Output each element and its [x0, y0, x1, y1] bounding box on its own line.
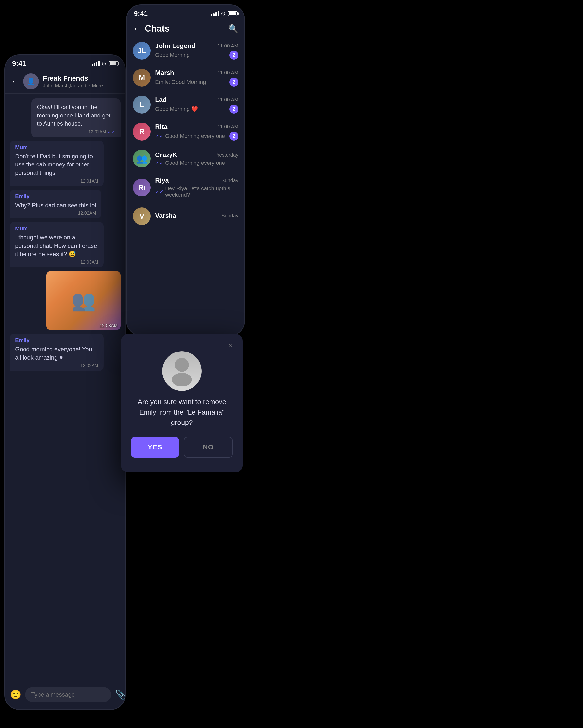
chats-header: ← Chats 🔍 — [127, 20, 244, 37]
message-sender: Mum — [15, 225, 98, 232]
message-image: 12.03AM — [46, 271, 121, 330]
message-input[interactable] — [25, 687, 111, 702]
message-time: 12.02AM — [15, 211, 96, 216]
chat-header: ← 👤 Freak Friends John,Marsh,lad and 7 M… — [5, 70, 125, 94]
chat-time: 11:00 AM — [217, 70, 238, 76]
unread-badge: 2 — [229, 51, 238, 60]
chat-preview-row: ✓✓ Hey Riya, let's catch upthis weekend? — [155, 185, 238, 198]
chat-time: 11:00 AM — [217, 124, 238, 130]
chat-preview: ✓✓ Hey Riya, let's catch upthis weekend? — [155, 185, 238, 198]
chat-preview: ✓✓ Good Morning every one — [155, 160, 238, 166]
status-bar: 9:41 ⊜ — [5, 55, 125, 70]
chat-name: Lad — [155, 96, 167, 104]
chat-content-lad: Lad 11:00 AM Good Morning ❤️ 2 — [155, 96, 238, 113]
chat-item-riya[interactable]: Ri Riya Sunday ✓✓ Hey Riya, let's catch … — [127, 172, 244, 203]
message-time: 12.03AM — [15, 260, 98, 265]
message-received-3: Mum I thought we were on a personal chat… — [10, 222, 104, 267]
unread-badge: 2 — [229, 105, 238, 113]
remove-user-modal: × Are you sure want to remove Emily from… — [121, 334, 243, 472]
chat-avatar-crazyk — [133, 150, 151, 167]
chats-back-button[interactable]: ← — [133, 25, 141, 33]
message-text: Why? Plus dad can see this lol — [15, 201, 96, 210]
chat-item-marsh[interactable]: M Marsh 11:00 AM Emily: Good Morning 2 — [127, 64, 244, 91]
message-text: Don't tell Dad but sm going to use the c… — [15, 152, 98, 177]
emoji-icon[interactable]: 🙂 — [10, 690, 21, 700]
message-time: 12.01AM — [15, 179, 98, 184]
chat-time: Sunday — [222, 213, 238, 219]
person-silhouette — [162, 351, 202, 391]
input-bar: 🙂 📎 📷 🎙 — [5, 679, 125, 709]
chat-item-john[interactable]: JL John Legend 11:00 AM Good Morning 2 — [127, 37, 244, 64]
double-check-icon: ✓✓ — [155, 160, 163, 166]
chats-wifi-icon: ⊜ — [221, 10, 225, 17]
modal-close-button[interactable]: × — [228, 341, 233, 349]
chat-phone: 9:41 ⊜ ← 👤 Freak Friends John,Marsh,lad … — [4, 54, 126, 710]
message-meta: 12.01AM ✓✓ — [37, 129, 115, 135]
chat-preview-row: ✓✓ Good Morning every one 2 — [155, 132, 238, 140]
message-text: Good morning everyone! You all look amaz… — [15, 345, 98, 362]
chat-name-row: CrazyK Yesterday — [155, 151, 238, 159]
chat-name: Marsh — [155, 69, 174, 77]
battery-icon — [109, 61, 118, 66]
chat-preview-row: ✓✓ Good Morning every one — [155, 160, 238, 166]
chats-signal-icon — [211, 11, 219, 16]
chat-preview-row: Good Morning ❤️ 2 — [155, 105, 238, 113]
image-placeholder — [46, 271, 121, 330]
chats-status-bar: 9:41 ⊜ — [127, 5, 244, 20]
chat-name: Rita — [155, 123, 167, 131]
double-check-icon: ✓✓ — [155, 133, 163, 139]
message-received-2: Emily Why? Plus dad can see this lol 12.… — [10, 190, 101, 219]
chat-avatar-varsha: V — [133, 207, 151, 225]
chat-item-rita[interactable]: R Rita 11:00 AM ✓✓ Good Morning every on… — [127, 118, 244, 145]
messages-area: Okay! I'll call you in the morning once … — [5, 94, 125, 661]
back-button[interactable]: ← — [11, 77, 19, 85]
group-avatar: 👤 — [23, 74, 39, 89]
header-info: Freak Friends John,Marsh,lad and 7 More — [43, 75, 119, 88]
message-sender: Emily — [15, 337, 98, 344]
search-icon[interactable]: 🔍 — [228, 24, 238, 33]
chat-avatar-lad: L — [133, 96, 151, 113]
message-received-1: Mum Don't tell Dad but sm going to use t… — [10, 141, 104, 186]
modal-message: Are you sure want to remove Emily from t… — [131, 397, 233, 428]
message-time: 12.01AM — [88, 129, 106, 135]
message-text: I thought we were on a personal chat. Ho… — [15, 233, 98, 258]
message-time: 12.02AM — [15, 363, 98, 368]
chats-header-left: ← Chats — [133, 24, 170, 34]
group-members: John,Marsh,lad and 7 More — [43, 83, 119, 88]
chat-content-riya: Riya Sunday ✓✓ Hey Riya, let's catch upt… — [155, 177, 238, 198]
message-check-icon: ✓✓ — [108, 129, 115, 135]
chat-time: Yesterday — [217, 152, 238, 158]
group-name: Freak Friends — [43, 75, 119, 82]
svg-point-0 — [175, 358, 189, 372]
cancel-remove-button[interactable]: NO — [184, 437, 233, 458]
chat-name-row: Varsha Sunday — [155, 212, 238, 220]
chat-content-marsh: Marsh 11:00 AM Emily: Good Morning 2 — [155, 69, 238, 86]
chat-time: 11:00 AM — [217, 43, 238, 49]
unread-badge: 2 — [229, 132, 238, 140]
wifi-icon: ⊜ — [102, 60, 106, 67]
chat-item-crazyk[interactable]: CrazyK Yesterday ✓✓ Good Morning every o… — [127, 145, 244, 172]
message-text: Okay! I'll call you in the morning once … — [37, 103, 115, 128]
chat-list: JL John Legend 11:00 AM Good Morning 2 M… — [127, 37, 244, 230]
chat-preview-row: Emily: Good Morning 2 — [155, 78, 238, 86]
chat-content-rita: Rita 11:00 AM ✓✓ Good Morning every one … — [155, 123, 238, 140]
chat-name: Varsha — [155, 212, 176, 220]
chat-preview: Emily: Good Morning — [155, 79, 229, 85]
chat-item-lad[interactable]: L Lad 11:00 AM Good Morning ❤️ 2 — [127, 91, 244, 118]
attachment-icon[interactable]: 📎 — [115, 690, 126, 700]
chat-content-crazyk: CrazyK Yesterday ✓✓ Good Morning every o… — [155, 151, 238, 166]
chat-name: John Legend — [155, 42, 195, 50]
confirm-remove-button[interactable]: YES — [131, 437, 179, 458]
chat-preview: ✓✓ Good Morning every one — [155, 133, 229, 139]
chats-title: Chats — [145, 24, 170, 34]
chat-name: CrazyK — [155, 151, 177, 159]
chat-time: Sunday — [222, 178, 238, 183]
modal-buttons: YES NO — [131, 437, 233, 458]
chat-preview: Good Morning ❤️ — [155, 106, 229, 112]
chat-name: Riya — [155, 177, 169, 184]
message-sender: Mum — [15, 144, 98, 151]
signal-icon — [92, 61, 100, 66]
chats-status-icons: ⊜ — [211, 10, 237, 17]
chat-name-row: Marsh 11:00 AM — [155, 69, 238, 77]
chat-item-varsha[interactable]: V Varsha Sunday — [127, 203, 244, 230]
